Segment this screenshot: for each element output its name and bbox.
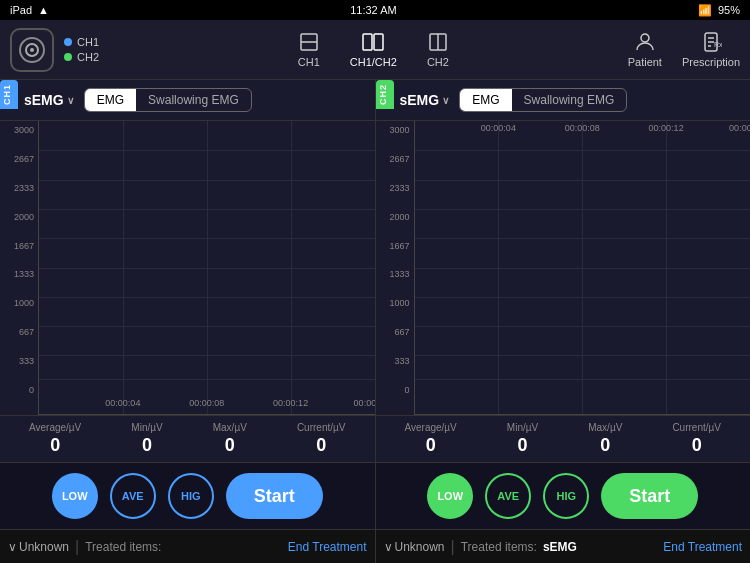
semg-label-1: sEMG ∨ bbox=[24, 92, 74, 108]
status-bar-right: 📶 95% bbox=[698, 4, 740, 17]
channel-panel-1: CH1 sEMG ∨ EMG Swallowing EMG 3000 2667 … bbox=[0, 80, 376, 563]
stat-min-1: Min/µV 0 bbox=[131, 422, 162, 456]
controls-row-1: LOW AVE HIG Start bbox=[0, 462, 375, 529]
start-btn-1[interactable]: Start bbox=[226, 473, 323, 519]
grid-lines-1 bbox=[39, 121, 375, 414]
footer-treated-label-2: Treated items: bbox=[461, 540, 537, 554]
nav-ch1-label: CH1 bbox=[298, 56, 320, 68]
stat-min-2: Min/µV 0 bbox=[507, 422, 538, 456]
semg-label-2: sEMG ∨ bbox=[400, 92, 450, 108]
status-bar-left: iPad ▲ bbox=[10, 4, 49, 16]
grid-lines-2 bbox=[415, 121, 751, 414]
panel-1-header: sEMG ∨ EMG Swallowing EMG bbox=[0, 80, 375, 121]
svg-text:Rx: Rx bbox=[714, 41, 722, 48]
end-treatment-btn-1[interactable]: End Treatment bbox=[288, 540, 367, 554]
nav-ch1ch2-btn[interactable]: CH1/CH2 bbox=[350, 31, 397, 68]
footer-divider-2: | bbox=[451, 538, 455, 556]
patient-btn[interactable]: Patient bbox=[628, 31, 662, 68]
chart-grid-1: 00:00:04 00:00:08 00:00:12 00:00:15 bbox=[38, 121, 375, 415]
footer-bar-1: ∨ Unknown | Treated items: End Treatment bbox=[0, 529, 375, 563]
stat-current-2: Current/µV 0 bbox=[672, 422, 721, 456]
semg-arrow-1: ∨ bbox=[67, 95, 74, 106]
footer-treated-label-1: Treated items: bbox=[85, 540, 161, 554]
svg-rect-5 bbox=[363, 34, 372, 50]
nav-right: Patient Rx Prescription bbox=[628, 31, 740, 68]
stat-current-1: Current/µV 0 bbox=[297, 422, 346, 456]
nav-ch1-btn[interactable]: CH1 bbox=[298, 31, 320, 68]
footer-treated-val-2: sEMG bbox=[543, 540, 577, 554]
svg-rect-6 bbox=[374, 34, 383, 50]
stat-max-1: Max/µV 0 bbox=[213, 422, 247, 456]
semg-arrow-2: ∨ bbox=[442, 95, 449, 106]
top-nav: CH1 CH2 CH1 CH1/CH2 CH2 bbox=[0, 20, 750, 80]
nav-ch2-btn[interactable]: CH2 bbox=[427, 31, 449, 68]
hig-btn-1[interactable]: HIG bbox=[168, 473, 214, 519]
ch2-tab: CH2 bbox=[376, 80, 394, 109]
chart-area-1: 3000 2667 2333 2000 1667 1333 1000 667 3… bbox=[0, 121, 375, 415]
mode-toggle-1[interactable]: EMG Swallowing EMG bbox=[84, 88, 252, 112]
end-treatment-btn-2[interactable]: End Treatment bbox=[663, 540, 742, 554]
battery-label: 95% bbox=[718, 4, 740, 16]
footer-unknown-2[interactable]: ∨ Unknown bbox=[384, 540, 445, 554]
footer-unknown-1[interactable]: ∨ Unknown bbox=[8, 540, 69, 554]
channel-indicators: CH1 CH2 bbox=[64, 36, 99, 63]
prescription-btn[interactable]: Rx Prescription bbox=[682, 31, 740, 68]
nav-center: CH1 CH1/CH2 CH2 bbox=[119, 31, 628, 68]
stats-row-1: Average/µV 0 Min/µV 0 Max/µV 0 Current/µ… bbox=[0, 415, 375, 462]
ch2-dot bbox=[64, 53, 72, 61]
footer-panel-1: ∨ Unknown | Treated items: End Treatment bbox=[0, 530, 375, 563]
svg-point-9 bbox=[641, 34, 649, 42]
chart-area-2: 3000 2667 2333 2000 1667 1333 1000 667 3… bbox=[376, 121, 751, 415]
time-label: 11:32 AM bbox=[350, 4, 396, 16]
emg-mode-btn-2[interactable]: EMG bbox=[460, 89, 511, 111]
bluetooth-icon: 📶 bbox=[698, 4, 712, 17]
ave-btn-2[interactable]: AVE bbox=[485, 473, 531, 519]
swallowing-mode-btn-2[interactable]: Swallowing EMG bbox=[512, 89, 627, 111]
low-btn-1[interactable]: LOW bbox=[52, 473, 98, 519]
main-content: CH1 sEMG ∨ EMG Swallowing EMG 3000 2667 … bbox=[0, 80, 750, 563]
controls-row-2: LOW AVE HIG Start bbox=[376, 462, 751, 529]
ch2-label: CH2 bbox=[77, 51, 99, 63]
chart-grid-2: 00:00:04 00:00:08 00:00:12 00:00:15 bbox=[414, 121, 751, 415]
patient-label: Patient bbox=[628, 56, 662, 68]
y-axis-1: 3000 2667 2333 2000 1667 1333 1000 667 3… bbox=[0, 121, 38, 415]
app-logo bbox=[10, 28, 54, 72]
stat-max-2: Max/µV 0 bbox=[588, 422, 622, 456]
ch1-dot bbox=[64, 38, 72, 46]
x-axis-2: 00:00:04 00:00:08 00:00:12 00:00:15 bbox=[415, 121, 751, 139]
y-axis-2: 3000 2667 2333 2000 1667 1333 1000 667 3… bbox=[376, 121, 414, 415]
status-bar: iPad ▲ 11:32 AM 📶 95% bbox=[0, 0, 750, 20]
carrier-label: iPad bbox=[10, 4, 32, 16]
svg-point-2 bbox=[30, 48, 34, 52]
channel-panel-2: CH2 sEMG ∨ EMG Swallowing EMG 3000 2667 … bbox=[376, 80, 751, 563]
nav-ch2-label: CH2 bbox=[427, 56, 449, 68]
ch2-indicator: CH2 bbox=[64, 51, 99, 63]
swallowing-mode-btn-1[interactable]: Swallowing EMG bbox=[136, 89, 251, 111]
low-btn-2[interactable]: LOW bbox=[427, 473, 473, 519]
start-btn-2[interactable]: Start bbox=[601, 473, 698, 519]
stat-average-1: Average/µV 0 bbox=[29, 422, 81, 456]
nav-ch1ch2-label: CH1/CH2 bbox=[350, 56, 397, 68]
mode-toggle-2[interactable]: EMG Swallowing EMG bbox=[459, 88, 627, 112]
footer-bar-2: ∨ Unknown | Treated items: sEMG End Trea… bbox=[376, 529, 751, 563]
stat-average-2: Average/µV 0 bbox=[405, 422, 457, 456]
ch1-tab: CH1 bbox=[0, 80, 18, 109]
wifi-icon: ▲ bbox=[38, 4, 49, 16]
footer-divider-1: | bbox=[75, 538, 79, 556]
stats-row-2: Average/µV 0 Min/µV 0 Max/µV 0 Current/µ… bbox=[376, 415, 751, 462]
emg-mode-btn-1[interactable]: EMG bbox=[85, 89, 136, 111]
prescription-label: Prescription bbox=[682, 56, 740, 68]
ch1-indicator: CH1 bbox=[64, 36, 99, 48]
panel-2-header: sEMG ∨ EMG Swallowing EMG bbox=[376, 80, 751, 121]
footer-panel-2: ∨ Unknown | Treated items: sEMG End Trea… bbox=[376, 530, 751, 563]
ave-btn-1[interactable]: AVE bbox=[110, 473, 156, 519]
ch1-label: CH1 bbox=[77, 36, 99, 48]
hig-btn-2[interactable]: HIG bbox=[543, 473, 589, 519]
x-axis-1: 00:00:04 00:00:08 00:00:12 00:00:15 bbox=[39, 396, 375, 414]
